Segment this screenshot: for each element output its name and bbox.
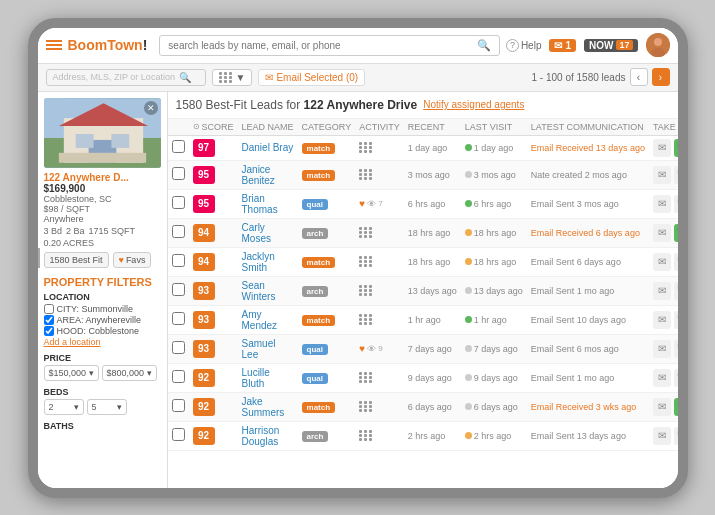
row-checkbox[interactable]: [172, 167, 185, 180]
email-button[interactable]: ✉: [653, 340, 671, 358]
beds-min-input[interactable]: 2 ▾: [44, 399, 84, 415]
phone-button[interactable]: 📞: [674, 369, 678, 387]
action-cell: ✉ 📞: [649, 421, 678, 450]
email-button[interactable]: ✉: [653, 139, 671, 157]
lead-name[interactable]: Harrison Douglas: [242, 425, 280, 447]
score-cell: 92: [189, 421, 238, 450]
row-checkbox[interactable]: [172, 225, 185, 238]
notify-button[interactable]: Notify assigned agents: [423, 99, 524, 110]
lead-name[interactable]: Lucille Bluth: [242, 367, 270, 389]
row-checkbox[interactable]: [172, 341, 185, 354]
row-checkbox[interactable]: [172, 428, 185, 441]
row-checkbox[interactable]: [172, 283, 185, 296]
score-cell: 95: [189, 160, 238, 189]
activity-cell: [355, 276, 404, 305]
phone-button[interactable]: 📞: [674, 253, 678, 271]
now-badge[interactable]: NOW 17: [584, 39, 637, 52]
row-checkbox[interactable]: [172, 140, 185, 153]
activity-header: ACTIVITY: [355, 119, 404, 136]
score-badge: 95: [193, 166, 215, 184]
row-checkbox[interactable]: [172, 399, 185, 412]
email-button[interactable]: ✉: [653, 195, 671, 213]
recent-cell: 1 hr ago: [404, 305, 461, 334]
property-info: 122 Anywhere D... $169,900 Cobblestone, …: [44, 172, 161, 268]
email-button[interactable]: ✉: [653, 253, 671, 271]
prev-page-button[interactable]: ‹: [630, 68, 648, 86]
search-input[interactable]: [168, 40, 473, 51]
phone-button[interactable]: 📞: [674, 139, 678, 157]
lead-name-cell: Lucille Bluth: [238, 363, 298, 392]
email-button[interactable]: ✉: [653, 369, 671, 387]
row-checkbox[interactable]: [172, 254, 185, 267]
category-badge: match: [302, 170, 336, 181]
address-input[interactable]: Address, MLS, ZIP or Location 🔍: [46, 69, 206, 86]
header-right: ? Help ✉ 1 NOW 17: [506, 33, 670, 57]
email-button[interactable]: ✉: [653, 224, 671, 242]
score-cell: 93: [189, 334, 238, 363]
help-button[interactable]: ? Help: [506, 39, 542, 52]
row-checkbox[interactable]: [172, 370, 185, 383]
lead-name[interactable]: Samuel Lee: [242, 338, 276, 360]
phone-button[interactable]: 📞: [674, 340, 678, 358]
next-page-button[interactable]: ›: [652, 68, 670, 86]
hamburger-menu[interactable]: [46, 40, 62, 50]
last-visit-cell: 18 hrs ago: [461, 218, 527, 247]
main-content: ✕ 122 Anywhere D... $169,900 Cobblestone…: [38, 92, 678, 488]
action-buttons: ✉ 📞: [653, 427, 678, 445]
row-checkbox[interactable]: [172, 196, 185, 209]
row-checkbox[interactable]: [172, 312, 185, 325]
lead-name[interactable]: Janice Benitez: [242, 164, 275, 186]
category-badge: match: [302, 143, 336, 154]
lead-name[interactable]: Sean Winters: [242, 280, 276, 302]
lead-name[interactable]: Jake Summers: [242, 396, 285, 418]
lead-name[interactable]: Brian Thomas: [242, 193, 278, 215]
price-max-input[interactable]: $800,000 ▾: [102, 365, 157, 381]
city-filter-item: CITY: Summonville: [44, 304, 161, 314]
email-button[interactable]: ✉: [653, 311, 671, 329]
add-location-link[interactable]: Add a location: [44, 337, 161, 347]
avatar[interactable]: [646, 33, 670, 57]
phone-button[interactable]: 📞: [674, 166, 678, 184]
lead-name[interactable]: Amy Mendez: [242, 309, 278, 331]
lead-name[interactable]: Daniel Bray: [242, 142, 294, 153]
email-button[interactable]: ✉: [653, 398, 671, 416]
grid-select-button[interactable]: ▼: [212, 69, 253, 86]
score-cell: 92: [189, 392, 238, 421]
phone-button[interactable]: 📞: [674, 224, 678, 242]
lead-name[interactable]: Jacklyn Smith: [242, 251, 275, 273]
action-buttons: ✉ 📞: [653, 195, 678, 213]
city-checkbox[interactable]: [44, 304, 54, 314]
comm-cell: Email Sent 10 days ago: [527, 305, 649, 334]
right-panel: 1580 Best-Fit Leads for 122 Anywhere Dri…: [168, 92, 678, 488]
email-button[interactable]: ✉: [653, 282, 671, 300]
hood-checkbox[interactable]: [44, 326, 54, 336]
comm-text: Email Sent 13 days ago: [531, 431, 626, 441]
email-button[interactable]: ✉: [653, 427, 671, 445]
search-bar[interactable]: 🔍: [159, 35, 500, 56]
score-badge: 94: [193, 224, 215, 242]
phone-button[interactable]: 📞: [674, 398, 678, 416]
phone-button[interactable]: 📞: [674, 427, 678, 445]
phone-button[interactable]: 📞: [674, 282, 678, 300]
lead-name[interactable]: Carly Moses: [242, 222, 271, 244]
comm-cell: Email Sent 6 mos ago: [527, 334, 649, 363]
activity-content: [359, 227, 400, 238]
comm-text: Email Sent 6 days ago: [531, 257, 621, 267]
msg-badge[interactable]: ✉ 1: [549, 39, 576, 52]
recent-cell: 18 hrs ago: [404, 218, 461, 247]
price-min-input[interactable]: $150,000 ▾: [44, 365, 99, 381]
last-visit-cell: 1 day ago: [461, 135, 527, 160]
activity-content: ♥ 👁 7: [359, 198, 400, 209]
leads-count-button[interactable]: 1580 Best Fit: [44, 252, 109, 268]
favs-button[interactable]: ♥ Favs: [113, 252, 152, 268]
property-specs: 3 Bd 2 Ba 1715 SQFT: [44, 226, 161, 236]
beds-max-input[interactable]: 5 ▾: [87, 399, 127, 415]
activity-grid: [359, 372, 373, 383]
recent-cell: 13 days ago: [404, 276, 461, 305]
phone-button[interactable]: 📞: [674, 195, 678, 213]
email-button[interactable]: ✉: [653, 166, 671, 184]
comm-text: Email Received 6 days ago: [531, 228, 640, 238]
phone-button[interactable]: 📞: [674, 311, 678, 329]
email-selected-button[interactable]: ✉ Email Selected (0): [258, 69, 365, 86]
area-checkbox[interactable]: [44, 315, 54, 325]
